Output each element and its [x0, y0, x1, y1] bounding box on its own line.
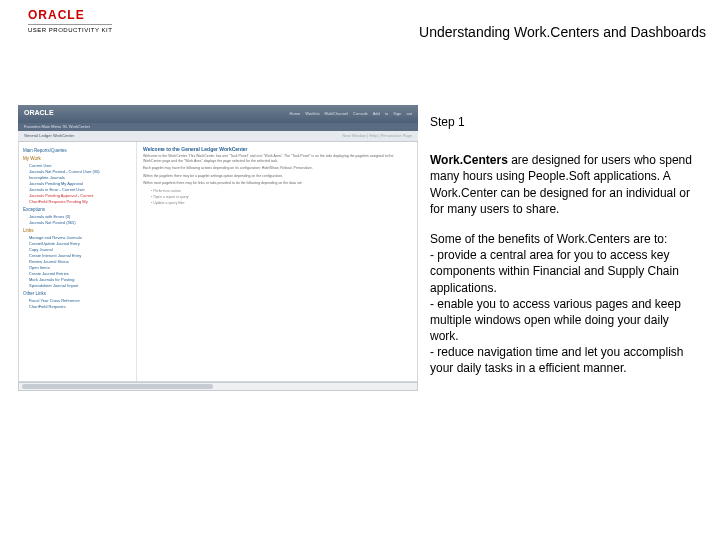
right-column: Step 1 Work.Centers are designed for use…	[430, 114, 694, 391]
content-para: Within most pagelets there may be links …	[143, 181, 411, 186]
app-topbar-right: Home Worklist MultiChannel Console Add t…	[290, 105, 418, 116]
list-item: Create Journal Entries	[29, 271, 132, 276]
step-label: Step 1	[430, 114, 694, 130]
app-topbar: ORACLE Home Worklist MultiChannel Consol…	[18, 105, 418, 123]
list-item: Journals in Error - Current User	[29, 187, 132, 192]
app-strip-right: New Window | Help | Personalize Page	[343, 133, 412, 138]
content-bullet: • Perform an action	[151, 189, 411, 193]
list-item: Journals Not Posted - Current User (96)	[29, 169, 132, 174]
list-item: Create Interunit Journal Entry	[29, 253, 132, 258]
list-item: ChartField Requests Pending My	[29, 199, 132, 204]
list-item: Spreadsheet Journal Import	[29, 283, 132, 288]
paragraph: Work.Centers are designed for users who …	[430, 152, 694, 217]
bold-term: Work.Centers	[430, 153, 508, 167]
list-item: Fiscal Year Cross Reference	[29, 298, 132, 303]
scrollbar[interactable]	[18, 382, 418, 391]
bullet-text: - reduce navigation time and let you acc…	[430, 345, 683, 375]
list-item: Journals Pending My Approval	[29, 181, 132, 186]
content-para: Welcome to the WorkCenter. This WorkCent…	[143, 154, 411, 163]
app-strip-title: General Ledger WorkCenter	[24, 133, 74, 138]
page-title: Understanding Work.Centers and Dashboard…	[419, 24, 706, 40]
content-bullet: • Update a query filter	[151, 201, 411, 205]
para-text: Some of the benefits of Work.Centers are…	[430, 232, 667, 246]
content-para: Within the pagelets there may be a pagel…	[143, 174, 411, 179]
side-other: Other Links	[23, 291, 132, 296]
list-item: Incomplete Journals	[29, 175, 132, 180]
side-mywork: My Work	[23, 156, 132, 161]
list-item: Review Journal Status	[29, 259, 132, 264]
list-item: Journals Not Posted (365)	[29, 220, 132, 225]
app-body: Main Reports/Queries My Work Current Use…	[18, 142, 418, 382]
list-item: ChartField Requests	[29, 304, 132, 309]
bullet-text: - enable you to access various pages and…	[430, 297, 681, 343]
content-bullet: • Open a report or query	[151, 195, 411, 199]
app-screenshot: ORACLE Home Worklist MultiChannel Consol…	[18, 105, 418, 415]
side-links: Links	[23, 228, 132, 233]
scrollbar-thumb[interactable]	[22, 384, 213, 389]
app-sidebar: Main Reports/Queries My Work Current Use…	[19, 142, 137, 381]
oracle-logo: ORACLE	[28, 8, 112, 22]
list-item: Journals with Errors (0)	[29, 214, 132, 219]
upk-caption: USER PRODUCTIVITY KIT	[28, 24, 112, 33]
app-strip: General Ledger WorkCenter New Window | H…	[18, 131, 418, 142]
side-exceptions: Exceptions	[23, 207, 132, 212]
list-item: Journals Pending Approval - Current	[29, 193, 132, 198]
header: ORACLE USER PRODUCTIVITY KIT Understandi…	[0, 8, 720, 52]
list-item: Current User	[29, 163, 132, 168]
list-item: Manage and Review Journals	[29, 235, 132, 240]
paragraph: Some of the benefits of Work.Centers are…	[430, 231, 694, 377]
list-item: Open Items	[29, 265, 132, 270]
content-para: Each pagelet may have the following acti…	[143, 166, 411, 171]
list-item: Create/Update Journal Entry	[29, 241, 132, 246]
content-heading: Welcome to the General Ledger WorkCenter	[143, 146, 411, 152]
list-item: Copy Journal	[29, 247, 132, 252]
side-tabs: Main Reports/Queries	[23, 148, 132, 153]
list-item: Mark Journals for Posting	[29, 277, 132, 282]
app-logo: ORACLE	[18, 105, 54, 116]
app-main: Welcome to the General Ledger WorkCenter…	[137, 142, 417, 381]
bullet-text: - provide a central area for you to acce…	[430, 248, 679, 294]
app-breadcrumb: Favorites Main Menu GL WorkCenter	[18, 123, 418, 131]
logo-block: ORACLE USER PRODUCTIVITY KIT	[28, 8, 112, 33]
